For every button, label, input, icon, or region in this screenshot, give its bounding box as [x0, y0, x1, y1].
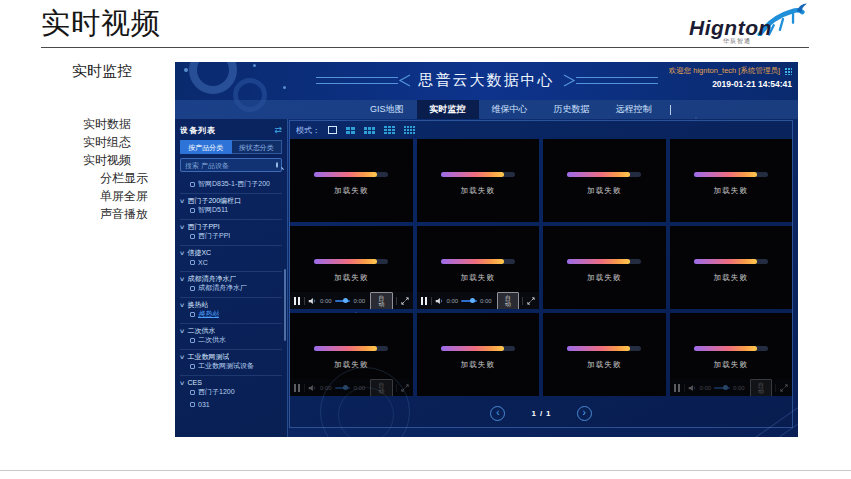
- seek-slider[interactable]: [335, 300, 351, 302]
- tree-device-item[interactable]: 智网D835-1-西门子200: [180, 178, 282, 190]
- tree-device-item[interactable]: 031: [180, 398, 282, 410]
- tree-group-row[interactable]: ∨信捷XC: [180, 245, 282, 256]
- loading-bar-fill: [694, 346, 757, 351]
- tree-group-label: 成都清舟净水厂: [187, 274, 236, 284]
- doc-menu-item[interactable]: 单屏全屏: [83, 187, 148, 205]
- device-icon: [190, 364, 195, 369]
- app-nav-tab[interactable]: 历史数据: [541, 100, 603, 119]
- fullscreen-icon[interactable]: [522, 297, 535, 305]
- app-nav-tab[interactable]: 维保中心: [479, 100, 541, 119]
- app-nav-tab[interactable]: 实时监控: [417, 100, 479, 119]
- tree-device-item[interactable]: 智网D511: [180, 204, 282, 216]
- slider-knob[interactable]: [723, 385, 728, 390]
- fullscreen-icon[interactable]: [775, 384, 788, 392]
- volume-icon[interactable]: [688, 384, 697, 392]
- doc-menu-item[interactable]: 实时组态: [83, 133, 148, 151]
- load-fail-text: 加载失败: [417, 360, 540, 370]
- current-page: 1: [531, 409, 535, 418]
- tree-scrollbar[interactable]: [284, 269, 286, 341]
- prev-page-button[interactable]: ‹: [490, 406, 505, 421]
- device-search[interactable]: [180, 158, 282, 172]
- doc-menu-item[interactable]: 分栏显示: [83, 169, 148, 187]
- video-cell[interactable]: 加载失败: [290, 139, 413, 222]
- volume-icon[interactable]: [435, 297, 444, 305]
- pause-button[interactable]: [294, 384, 305, 392]
- app-nav-tab[interactable]: 远程控制: [603, 100, 665, 119]
- layout-12-icon[interactable]: [404, 126, 415, 134]
- volume-icon[interactable]: [308, 384, 317, 392]
- auto-button[interactable]: 自动: [497, 292, 519, 310]
- next-page-button[interactable]: ›: [577, 406, 592, 421]
- tree-device-item[interactable]: 工业数网测试设备: [180, 360, 282, 372]
- doc-menu-heading[interactable]: 实时监控: [72, 62, 132, 81]
- video-cell[interactable]: 加载失败: [670, 226, 793, 309]
- tree-group-row[interactable]: ∨西门子200编程口: [180, 193, 282, 204]
- auto-button[interactable]: 自动: [750, 379, 772, 397]
- video-cell[interactable]: 加载失败: [670, 139, 793, 222]
- doc-menu-item[interactable]: 声音播放: [83, 205, 148, 223]
- tree-group-row[interactable]: ∨工业数网测试: [180, 349, 282, 360]
- tree-device-label: 西门子PPI: [198, 231, 230, 241]
- tree-device-item[interactable]: XC: [180, 256, 282, 268]
- tree-group-row[interactable]: ∨成都清舟净水厂: [180, 271, 282, 282]
- volume-icon[interactable]: [308, 297, 317, 305]
- load-fail-text: 加载失败: [543, 273, 666, 283]
- tree-group-row[interactable]: ∨CES: [180, 375, 282, 386]
- search-input[interactable]: [185, 162, 276, 169]
- pause-button[interactable]: [421, 297, 432, 305]
- tree-group-label: 信捷XC: [187, 248, 211, 258]
- layout-9-icon[interactable]: [384, 126, 395, 134]
- layout-1-icon[interactable]: [328, 126, 337, 134]
- tree-device-item[interactable]: 二次供水: [180, 334, 282, 346]
- doc-menu-item[interactable]: 实时视频: [83, 151, 148, 169]
- search-icon[interactable]: [276, 162, 278, 168]
- load-fail-text: 加载失败: [670, 186, 793, 196]
- tree-device-item[interactable]: 换热站: [180, 308, 282, 320]
- video-cell[interactable]: 加载失败: [417, 313, 540, 396]
- device-tree: 智网D835-1-西门子200∨西门子200编程口智网D511∨西门子PPI西门…: [180, 178, 282, 410]
- video-cell[interactable]: 加载失败: [543, 226, 666, 309]
- tree-device-item[interactable]: 西门子PPI: [180, 230, 282, 242]
- tree-group-row[interactable]: ∨二次供水: [180, 323, 282, 334]
- pause-button[interactable]: [674, 384, 685, 392]
- video-cell[interactable]: 加载失败: [543, 313, 666, 396]
- auto-button[interactable]: 自动: [370, 292, 392, 310]
- device-panel-tab[interactable]: 按状态分类: [232, 140, 283, 154]
- seek-slider[interactable]: [714, 387, 730, 389]
- pause-button[interactable]: [294, 297, 305, 305]
- chevron-down-icon: ∨: [179, 353, 185, 360]
- player-controls: 0:000:00自动: [417, 292, 540, 309]
- app-nav-tab[interactable]: GIS地图: [357, 100, 417, 119]
- tree-group-row[interactable]: ∨换热站: [180, 297, 282, 308]
- loading-bar-fill: [314, 346, 377, 351]
- tree-device-label: 成都清舟净水厂: [198, 283, 247, 293]
- tree-group-label: 西门子200编程口: [187, 196, 241, 206]
- loading-bar-fill: [567, 346, 630, 351]
- welcome-text: 欢迎您 hignton_tech [系统管理员]: [669, 66, 780, 76]
- tree-device-item[interactable]: 成都清舟净水厂: [180, 282, 282, 294]
- collapse-swap-icon[interactable]: ⇄: [274, 126, 282, 135]
- video-cell[interactable]: 加载失败0:000:00自动: [670, 313, 793, 396]
- layout-6-icon[interactable]: [364, 127, 375, 134]
- tree-group-row[interactable]: ∨西门子PPI: [180, 219, 282, 230]
- slider-knob[interactable]: [343, 298, 348, 303]
- video-cell[interactable]: 加载失败0:000:00自动: [290, 226, 413, 309]
- load-fail-text: 加载失败: [417, 273, 540, 283]
- doc-menu-item[interactable]: 实时数据: [83, 115, 148, 133]
- video-cell[interactable]: 加载失败: [417, 139, 540, 222]
- slider-knob[interactable]: [470, 298, 475, 303]
- header-divider: [41, 47, 809, 48]
- device-list-panel: 设备列表 ⇄ 按产品分类按状态分类 智网D835-1-西门子200∨西门子200…: [175, 119, 288, 437]
- page-title: 实时视频: [41, 4, 161, 44]
- video-cell[interactable]: 加载失败0:000:00自动: [417, 226, 540, 309]
- video-cell[interactable]: 加载失败: [543, 139, 666, 222]
- fullscreen-icon[interactable]: [396, 297, 409, 305]
- tree-device-item[interactable]: 西门子1200: [180, 386, 282, 398]
- seek-slider[interactable]: [461, 300, 477, 302]
- apps-grid-icon[interactable]: [784, 67, 792, 75]
- load-fail-text: 加载失败: [543, 360, 666, 370]
- layout-4-icon[interactable]: [346, 127, 355, 134]
- load-fail-text: 加载失败: [670, 360, 793, 370]
- device-panel-tab[interactable]: 按产品分类: [180, 140, 232, 154]
- device-icon: [190, 286, 195, 291]
